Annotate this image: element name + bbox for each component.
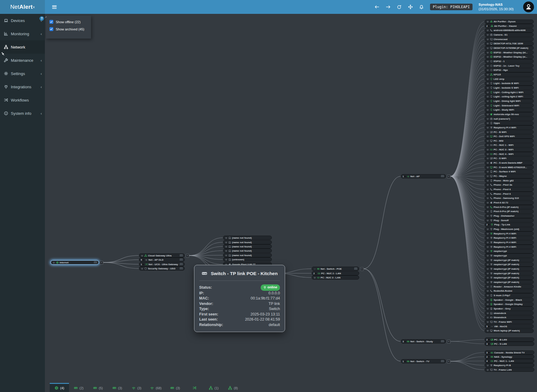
checkbox-checked-icon[interactable] (49, 27, 53, 31)
sidebar-toggle-button[interactable] (48, 0, 60, 14)
device-node[interactable]: (name not found) (223, 236, 272, 240)
device-node[interactable]: Pixel-9-Pro (IP match) (485, 209, 534, 214)
device-node[interactable]: Plug - Sonoff (485, 218, 534, 222)
device-node[interactable]: Speaker - Google - Black (485, 298, 534, 302)
device-node[interactable]: Light - ceiling-light-2 WiFi (485, 95, 534, 99)
sidebar-item-devices[interactable]: Devices‹ (0, 14, 45, 27)
tree-tab-1-globe[interactable]: (4) (50, 383, 69, 392)
device-node[interactable]: Reader - Amazon Kindle (485, 284, 534, 289)
show-offline-checkbox-row[interactable]: Show offline (22) (49, 20, 91, 24)
collapse-node-button[interactable]: – (447, 340, 451, 343)
device-node[interactable]: 1Net - AP (401, 174, 446, 178)
device-node[interactable]: Raspberry Pi 4 WiFi (485, 240, 534, 245)
sidebar-item-network[interactable]: Network (0, 40, 45, 54)
device-node[interactable]: PC - MSI (485, 139, 534, 143)
device-node[interactable]: Phone - Samsung S10 (485, 196, 534, 200)
sidebar-item-integrations[interactable]: Integrations‹ (0, 80, 45, 93)
device-node[interactable]: Air Purifier - Dyson (485, 20, 534, 24)
forward-arrow-icon[interactable] (385, 5, 391, 10)
device-node[interactable]: raspberrypi (IP match) (485, 276, 534, 280)
device-node[interactable]: 2PC - B LAN (485, 337, 534, 342)
device-node[interactable]: PC - NUC 3 - LAN (312, 275, 359, 280)
brand-logo[interactable]: NetAlertx (0, 0, 45, 14)
device-node[interactable]: Speaker - Google Display (485, 302, 534, 306)
device-node[interactable]: PC - Surface 4 WiFi (485, 170, 534, 174)
sidebar-item-settings[interactable]: Settings‹ (0, 67, 45, 80)
device-node[interactable]: ESP32 - Weather Display (bl... (485, 50, 534, 55)
device-node[interactable]: 5Net - AP OLD (139, 258, 185, 262)
device-node[interactable]: Raspberry Pi 4 WiFi (485, 245, 534, 249)
device-node[interactable]: Steamdeck (485, 315, 534, 320)
device-node[interactable]: ESP32 - Weather Display (w... (485, 55, 534, 59)
device-node[interactable]: Light - bedside S WiFi (485, 86, 534, 90)
device-node[interactable]: Redmi5A-Redmi (485, 289, 534, 293)
device-node[interactable]: 2Plug - Tp-Link (485, 223, 534, 227)
device-node[interactable]: (name not found) (223, 253, 272, 257)
user-avatar[interactable] (523, 2, 534, 12)
device-node[interactable]: ESP32 - 1n - Laser Toy (485, 64, 534, 68)
show-archived-checkbox-row[interactable]: Show archived (45) (49, 27, 91, 31)
device-node[interactable]: Raspberry Pi B (485, 363, 534, 367)
collapse-node-button[interactable]: – (100, 261, 103, 265)
device-node[interactable]: Raspberry Pi 4 WiFi (485, 125, 534, 130)
device-node[interactable]: Phone - Pixel 3a (485, 183, 534, 187)
notifications-bell-icon[interactable] (419, 5, 424, 10)
device-node[interactable]: PC - S WiFi (485, 156, 534, 161)
device-node[interactable]: KP115 (485, 72, 534, 77)
device-node[interactable]: PC - NUC 1 - WiFi (485, 143, 534, 147)
device-node[interactable]: Speaker - Grey (485, 306, 534, 311)
device-node[interactable]: Raspberry Pi 4 WiFi (485, 231, 534, 236)
device-node[interactable]: raspberrypi (485, 249, 534, 253)
collapse-node-button[interactable]: – (447, 360, 451, 363)
device-node[interactable]: PC - S work Daniels-MBP (485, 161, 534, 165)
device-node[interactable]: motorola-edge-50-neo (485, 112, 534, 116)
device-node[interactable]: Camera - E1 (485, 33, 534, 37)
device-node[interactable]: DESKTOP-IV7E55M (IP match) (485, 46, 534, 50)
device-node[interactable]: 2PC - NUC 2 - LAN (312, 271, 359, 275)
tree-tab-4-switch[interactable]: (3) (108, 383, 127, 392)
device-node[interactable]: 1Net - UCG - Ultra Gateway (139, 262, 185, 266)
device-node[interactable]: PC - Dell XPS WiFi (485, 134, 534, 139)
device-node[interactable]: (unknown) (223, 257, 272, 262)
sidebar-item-maintenance[interactable]: Maintenance‹ (0, 54, 45, 67)
device-node[interactable]: (name not found) (223, 240, 272, 244)
device-node[interactable]: Raspberry Pi 4 WiFi (485, 236, 534, 240)
device-node[interactable]: android-68608b93-a00e4690 (485, 28, 534, 33)
device-node[interactable]: LED strip (485, 77, 534, 81)
device-node[interactable]: raspberrypi (IP match) (485, 267, 534, 271)
device-node[interactable]: 2Air Purifier - Xiaomi (485, 24, 534, 28)
device-node[interactable]: Plug - Washroom (old) (485, 227, 534, 231)
device-node[interactable]: (name not found) (223, 249, 272, 253)
device-node[interactable]: Light - bedside B WiFi (485, 81, 534, 86)
help-button[interactable]: ? (39, 16, 44, 21)
device-node[interactable]: ESP32 - 1 (485, 59, 534, 63)
device-node[interactable]: raspberrypi (IP match) (485, 280, 534, 284)
device-node[interactable]: TV - Frame LAN (485, 368, 534, 372)
tree-tab-9-hub[interactable]: (1) (204, 383, 223, 392)
device-node[interactable]: Pixel-9-Pro (IP match) (485, 205, 534, 209)
device-node[interactable]: (name not found) (223, 244, 272, 249)
device-node[interactable]: raspberrypi (IP match) (485, 271, 534, 275)
device-node[interactable]: 4PC - NUC 1 - LAN (485, 359, 534, 363)
device-node[interactable]: TV - Frame WiFi (485, 320, 534, 324)
sidebar-item-system-info[interactable]: System info‹ (0, 107, 45, 120)
device-node[interactable]: 3PC - S LAN (485, 342, 534, 346)
device-node[interactable]: Light - Ceiling-light-1 WiFi (485, 90, 534, 94)
device-node[interactable]: raspberrypi (IP match) (485, 258, 534, 262)
network-tree-canvas[interactable]: Internet–Cloud Gateway Ultra–5Net - AP O… (45, 14, 537, 392)
device-node[interactable]: PC - NUC 4 - WiFi (485, 152, 534, 156)
tree-tab-7-switch[interactable]: (3) (165, 383, 185, 392)
device-node[interactable]: 1Net - Switch - TV (401, 359, 446, 363)
device-node[interactable]: Phone - Pixel 6 (485, 192, 534, 196)
device-node[interactable]: Net - Switch - POE (312, 267, 359, 271)
device-node[interactable]: S mum Z-Flip7 (485, 293, 534, 297)
device-node[interactable]: raspberrypi (485, 253, 534, 258)
collapse-node-button[interactable]: – (360, 267, 364, 271)
device-node[interactable]: Cloud Gateway Ultra (139, 253, 185, 258)
device-node[interactable]: Plug - Dishwasher (485, 214, 534, 218)
device-node[interactable]: Light - Study WiFi (485, 108, 534, 112)
device-node[interactable]: 2NAS - Synology (485, 355, 534, 359)
device-node[interactable]: Phone - Pixel 6 (485, 187, 534, 192)
checkbox-checked-icon[interactable] (49, 20, 53, 24)
tree-tab-5-wifi[interactable]: (3) (127, 383, 146, 392)
